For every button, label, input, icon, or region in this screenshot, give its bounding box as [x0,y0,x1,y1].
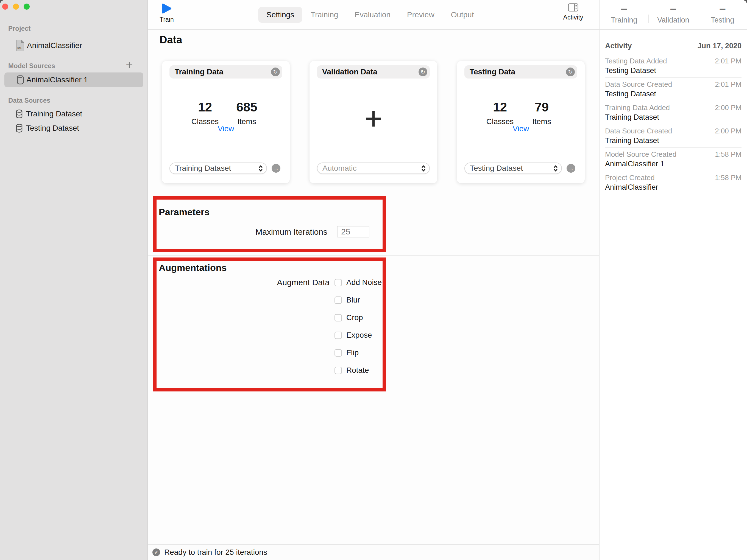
testing-data-header: Testing Data ↻ [464,65,577,79]
chevron-up-down-icon [421,165,426,172]
crop-checkbox[interactable] [335,314,342,321]
add-validation-data-dropzone[interactable] [365,110,382,129]
card-title: Validation Data [322,68,377,76]
sidebar-item-label: Testing Dataset [26,124,79,133]
sidebar-section-project: Project [8,25,30,32]
ml-document-icon: ML [16,39,25,52]
view-training-data-link[interactable]: View [162,124,290,133]
testing-data-card: Testing Data ↻ 12 Classes 79 Items View [457,61,585,183]
activity-panel: – Training – Validation – Testing Activi… [599,0,747,560]
testing-data-stats: 12 Classes 79 Items [457,101,585,126]
sidebar-item-training-dataset[interactable]: Training Dataset [0,107,148,121]
augment-data-label: Augment Data [277,278,330,287]
sidebar-item-animalclassifier[interactable]: ML AnimalClassifier [0,39,148,52]
activity-entry: Data Source Created 2:00 PM Training Dat… [605,124,742,148]
validation-data-dropdown[interactable]: Automatic [317,162,430,174]
augmentation-option-row: Rotate [335,365,382,375]
activity-entry: Model Source Created 1:58 PM AnimalClass… [605,148,742,171]
sidebar-item-label: AnimalClassifier 1 [26,76,88,84]
training-data-stats: 12 Classes 685 Items [162,101,290,126]
activity-button-label: Activity [558,14,588,21]
augmentation-option-row: Blur [335,295,382,305]
expose-checkbox[interactable] [335,331,342,339]
toolbar: Train Settings Training Evaluation Previ… [148,0,599,30]
window-controls [2,4,30,9]
add-model-source-button[interactable]: + [126,59,133,71]
training-data-header: Training Data ↻ [170,65,282,79]
augmentation-option-row: Crop [335,313,382,323]
activity-log-entries: Testing Data Added 2:01 PM Testing Datas… [605,54,742,194]
augmentation-option-row: Expose [335,330,382,340]
sidebar-item-label: Training Dataset [26,109,82,118]
database-icon [16,109,23,119]
train-button[interactable]: Train [155,3,178,23]
activity-entry: Project Created 1:58 PM AnimalClassifier [605,171,742,194]
activity-log-date: Jun 17, 2020 [697,42,742,50]
sidebar-item-testing-dataset[interactable]: Testing Dataset [0,122,148,135]
activity-log-header: Activity Jun 17, 2020 [605,42,742,50]
sidebar-section-data-sources: Data Sources [8,97,50,104]
items-count: 685 [226,101,267,113]
zoom-window-button[interactable] [24,4,30,9]
model-icon [17,75,24,85]
augmentation-option-row: Add Noise [335,277,382,287]
add-noise-checkbox[interactable] [335,279,342,286]
tab-training[interactable]: Training [302,7,346,23]
minimize-window-button[interactable] [13,4,19,9]
sidebar-item-animalclassifier-1[interactable]: AnimalClassifier 1 [4,73,144,87]
activity-entry: Training Data Added 2:00 PM Training Dat… [605,101,742,124]
sidebar: Project ML AnimalClassifier Model Source… [0,0,148,560]
open-testing-dataset-button[interactable]: → [567,164,575,173]
sidebar-panel-icon [568,3,578,11]
open-training-dataset-button[interactable]: → [272,164,280,173]
classes-count: 12 [480,101,521,113]
items-count: 79 [521,101,563,113]
view-testing-data-link[interactable]: View [457,124,585,133]
activity-toggle-button[interactable]: Activity [558,3,588,21]
refresh-icon[interactable]: ↻ [418,68,427,76]
activity-entry: Data Source Created 2:01 PM Testing Data… [605,78,742,101]
tab-settings[interactable]: Settings [258,7,302,23]
testing-dataset-dropdown[interactable]: Testing Dataset [464,162,562,174]
section-divider [148,255,599,256]
refresh-icon[interactable]: ↻ [271,68,280,76]
validation-data-header: Validation Data ↻ [317,65,430,79]
testing-status-label: Testing [711,16,735,24]
refresh-icon[interactable]: ↻ [566,68,575,76]
phase-status-columns: – Training – Validation – Testing [599,0,747,30]
ready-check-icon: ✓ [152,549,160,556]
training-data-card: Training Data ↻ 12 Classes 685 Items Vie… [162,61,290,183]
annotation-box-parameters: Parameters Maximum Iterations [153,196,386,252]
validation-status-value: – [670,5,676,12]
blur-checkbox[interactable] [335,296,342,304]
activity-log-title: Activity [605,42,632,50]
plus-icon [365,110,382,128]
augmentation-options: Add Noise Blur Crop Expose Flip [335,277,382,375]
view-tabs: Settings Training Evaluation Preview Out… [258,7,482,23]
tab-evaluation[interactable]: Evaluation [346,7,399,23]
close-window-button[interactable] [2,4,8,9]
training-status-value: – [621,5,627,12]
rotate-checkbox[interactable] [335,367,342,374]
status-message: Ready to train for 25 iterations [164,548,267,557]
sidebar-item-label: AnimalClassifier [27,41,82,50]
chevron-up-down-icon [553,165,558,172]
parameters-heading: Parameters [159,207,209,217]
training-status-label: Training [611,16,638,24]
flip-checkbox[interactable] [335,349,342,356]
svg-text:ML: ML [17,46,23,50]
data-cards: Training Data ↻ 12 Classes 685 Items Vie… [162,61,585,183]
activity-entry: Testing Data Added 2:01 PM Testing Datas… [605,54,742,78]
training-dataset-dropdown[interactable]: Training Dataset [170,162,267,174]
testing-status-value: – [719,5,726,12]
card-title: Training Data [175,68,223,76]
tab-output[interactable]: Output [443,7,482,23]
createml-window: Project ML AnimalClassifier Model Source… [0,0,747,560]
tab-preview[interactable]: Preview [399,7,443,23]
max-iterations-input[interactable] [337,226,369,237]
data-section-heading: Data [159,34,182,46]
testing-status-column: – Testing [698,0,747,29]
validation-status-label: Validation [657,16,689,24]
train-button-label: Train [155,16,178,23]
main-content: Train Settings Training Evaluation Previ… [148,0,599,560]
